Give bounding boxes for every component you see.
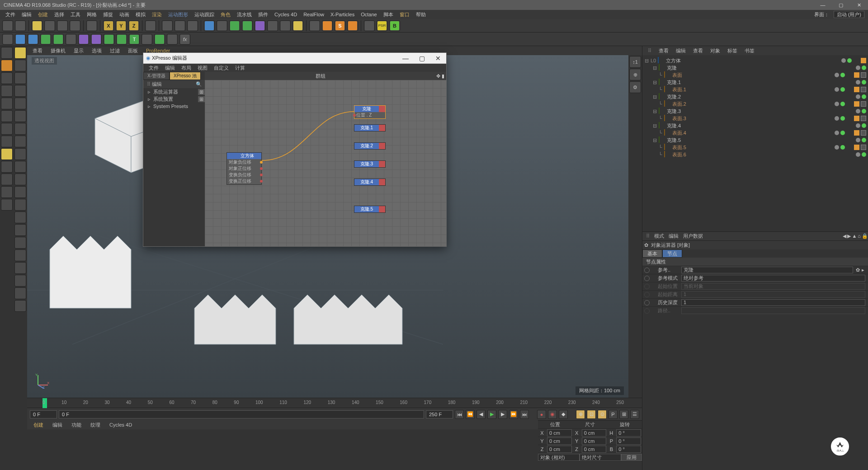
- apply-button[interactable]: 应用: [621, 454, 642, 461]
- om-tab[interactable]: 编辑: [673, 47, 689, 54]
- object-row[interactable]: ⊟ 克隆.1: [644, 79, 866, 86]
- sel-rect[interactable]: [14, 47, 26, 59]
- sel-lasso[interactable]: [14, 72, 26, 84]
- green-obj[interactable]: [40, 34, 51, 45]
- object-manager[interactable]: ⊟L0 立方体 ⊟ 克隆 └ 表面 ⊟: [642, 55, 868, 231]
- spline-circle[interactable]: [28, 34, 38, 45]
- rot-b-field[interactable]: 0 °: [616, 446, 641, 453]
- undo-button[interactable]: [2, 20, 13, 31]
- scale-tool[interactable]: [57, 20, 68, 31]
- move-tool[interactable]: [44, 20, 55, 31]
- xpresso-node-target[interactable]: 克隆.1: [354, 124, 386, 132]
- menu-item[interactable]: 窗口: [397, 11, 412, 18]
- object-row[interactable]: └ 表面.3: [644, 115, 866, 122]
- home-button[interactable]: ⌂: [858, 233, 861, 239]
- magnet-tool[interactable]: [1, 174, 13, 185]
- prev-key-button[interactable]: ⏪: [466, 410, 475, 419]
- octane-s[interactable]: S: [335, 20, 345, 31]
- key-circle-icon[interactable]: [644, 268, 650, 273]
- param-key-button[interactable]: P: [609, 410, 618, 419]
- deformer-tool[interactable]: [255, 20, 265, 31]
- render-pv-button[interactable]: [175, 20, 185, 31]
- sel-fill[interactable]: [14, 98, 26, 109]
- back-button[interactable]: ◀: [843, 233, 846, 239]
- object-row[interactable]: ⊟ 克隆.2: [644, 93, 866, 100]
- text-obj[interactable]: T: [129, 34, 140, 45]
- xp-button[interactable]: [364, 20, 375, 31]
- menu-item[interactable]: 运动跟踪: [192, 11, 217, 18]
- next-key-button[interactable]: ⏩: [509, 410, 518, 419]
- light-tool[interactable]: [292, 20, 303, 31]
- camera-obj[interactable]: [142, 34, 152, 45]
- menu-item[interactable]: RealFlow: [301, 12, 327, 17]
- sel-loop[interactable]: [14, 110, 26, 122]
- sel-a[interactable]: [14, 224, 26, 236]
- om-tab[interactable]: 书签: [742, 47, 757, 54]
- object-row[interactable]: └ 表面.2: [644, 100, 866, 108]
- record-key-button[interactable]: ●: [537, 410, 546, 419]
- bottom-tab[interactable]: 功能: [68, 422, 85, 428]
- refmode-dropdown[interactable]: 绝对参考: [681, 275, 865, 282]
- pos-x-field[interactable]: 0 cm: [547, 429, 572, 437]
- basic-tab[interactable]: 基本: [642, 249, 662, 258]
- sel-live[interactable]: [14, 60, 26, 71]
- coord-system[interactable]: [145, 20, 156, 31]
- cube-primitive[interactable]: [204, 20, 215, 31]
- up-button[interactable]: ▲: [852, 233, 857, 239]
- frame-end-field[interactable]: 250 F: [426, 410, 453, 418]
- nurbs-tool[interactable]: [229, 20, 240, 31]
- surf-obj[interactable]: [116, 34, 127, 45]
- coord-mode-dropdown[interactable]: 对象 (相对): [538, 454, 580, 461]
- rotate-tool[interactable]: [70, 20, 80, 31]
- menu-item[interactable]: 动画: [117, 11, 132, 18]
- object-row[interactable]: └ 表面: [644, 71, 866, 79]
- menu-item[interactable]: 运动图形: [165, 11, 191, 18]
- octane-live[interactable]: [322, 20, 333, 31]
- sel-d[interactable]: [14, 262, 26, 274]
- axis-mode[interactable]: [1, 136, 13, 147]
- spline-tool[interactable]: [217, 20, 227, 31]
- workplane[interactable]: [1, 161, 13, 173]
- snap-toggle[interactable]: [1, 148, 13, 160]
- goto-start-button[interactable]: ⏮: [455, 410, 464, 419]
- gear-icon[interactable]: ✿: [856, 267, 862, 273]
- sel-c[interactable]: [14, 249, 26, 261]
- rot-p-field[interactable]: 0 °: [616, 437, 641, 445]
- xp-menu-item[interactable]: 计算: [232, 65, 248, 71]
- attr-tab[interactable]: 用户数据: [683, 233, 703, 240]
- bottom-tab[interactable]: 创建: [30, 422, 47, 428]
- axis-x-toggle[interactable]: X: [103, 20, 114, 31]
- om-tab[interactable]: 标签: [725, 47, 740, 54]
- sel-b[interactable]: [14, 237, 26, 249]
- object-row[interactable]: └ 表面.5: [644, 144, 866, 151]
- null-object[interactable]: [2, 34, 13, 45]
- keyset-button[interactable]: ◆: [559, 410, 568, 419]
- bottom-tab[interactable]: 纹理: [87, 422, 104, 428]
- editable-button[interactable]: [1, 47, 13, 59]
- xpresso-node-target[interactable]: 克隆.3: [354, 160, 386, 168]
- object-row[interactable]: └ 表面.1: [644, 86, 866, 93]
- cube-object[interactable]: [15, 34, 26, 45]
- frame-current-field[interactable]: 0 F: [59, 410, 424, 418]
- ground[interactable]: [66, 34, 76, 45]
- edge-mode[interactable]: [1, 110, 13, 122]
- sel-out[interactable]: [14, 136, 26, 147]
- xp-side-tab-active[interactable]: XPresso 池: [170, 72, 201, 80]
- anim-mode-button[interactable]: ⊞: [619, 410, 628, 419]
- object-row[interactable]: ⊟L0 立方体: [644, 57, 866, 64]
- xpresso-node-target[interactable]: 克隆.5: [354, 206, 386, 213]
- sel-ring[interactable]: [14, 123, 26, 135]
- menu-item[interactable]: X-Particles: [328, 12, 357, 17]
- lock-tool[interactable]: [1, 186, 13, 198]
- pos-y-field[interactable]: 0 cm: [547, 437, 572, 445]
- view-tab[interactable]: 显示: [71, 47, 86, 54]
- size-y-field[interactable]: 0 cm: [582, 437, 607, 445]
- rot-key-button[interactable]: ⊙: [598, 410, 607, 419]
- scale-key-button[interactable]: ⊡: [587, 410, 596, 419]
- texture-mode[interactable]: [1, 72, 13, 84]
- xpresso-canvas[interactable]: 立方体 对象负位移 对象正位移 变换负位移 变换正位移 克隆 位置 . Z 克隆…: [205, 80, 446, 246]
- sel-poly[interactable]: [14, 85, 26, 97]
- sel-show[interactable]: [14, 212, 26, 223]
- menu-item[interactable]: 网格: [84, 11, 99, 18]
- object-row[interactable]: ⊟ 克隆: [644, 64, 866, 71]
